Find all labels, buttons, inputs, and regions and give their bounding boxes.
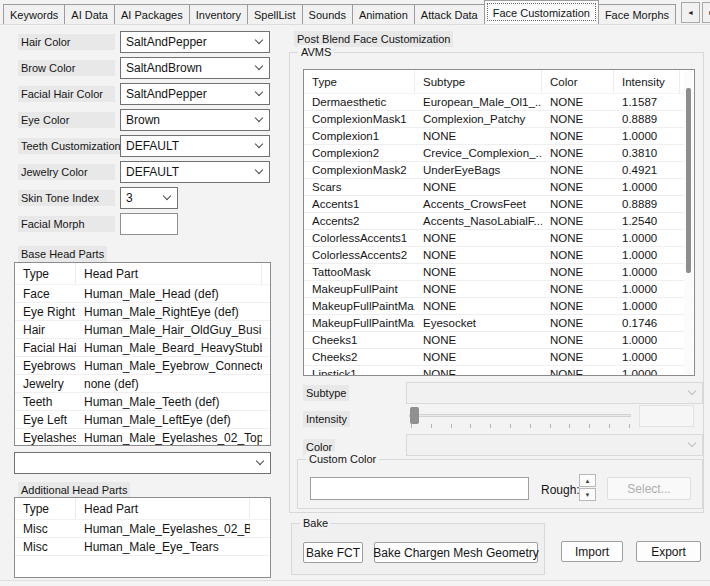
base-head-parts-table[interactable]: TypeHead PartFaceHuman_Male_Head (def)Ey… xyxy=(14,262,271,446)
tab-sounds[interactable]: Sounds xyxy=(302,4,353,24)
cell: Eye Left xyxy=(15,413,76,427)
import-button[interactable]: Import xyxy=(561,541,623,562)
skin-tone-index-label: Skin Tone Index xyxy=(18,190,115,206)
cell: Facial Hair xyxy=(15,341,76,355)
select-color-button: Select... xyxy=(607,477,691,500)
table-row[interactable]: Eye LeftHuman_Male_LeftEye (def) xyxy=(15,411,270,429)
table-row[interactable]: Lipstick1NONENONE1.0000 xyxy=(304,366,694,376)
cell: Complexion2 xyxy=(304,147,415,159)
chevron-down-icon xyxy=(255,36,263,44)
column-header[interactable]: Head Part xyxy=(76,498,250,519)
tab-keywords[interactable]: Keywords xyxy=(3,4,65,24)
table-row[interactable]: FaceHuman_Male_Head (def) xyxy=(15,285,270,303)
bake-chargen-mesh-geometry-button[interactable]: Bake Chargen Mesh Geometry xyxy=(374,542,538,563)
column-header[interactable]: Subtype xyxy=(415,70,542,93)
slider-tick xyxy=(629,424,630,428)
intensity-slider-thumb[interactable] xyxy=(410,407,419,424)
slider-tick xyxy=(550,424,551,428)
table-row[interactable]: Accents1Accents_CrowsFeetNONE0.8889 xyxy=(304,196,694,213)
rough-spinner: ▲ ▼ xyxy=(579,474,596,501)
spinner-up-button[interactable]: ▲ xyxy=(579,474,596,487)
column-header[interactable]: Intensity xyxy=(614,70,680,93)
table-row[interactable]: MiscHuman_Male_Eyelashes_02_Bo... xyxy=(15,520,270,538)
cell: NONE xyxy=(415,181,542,193)
head-part-picker-dropdown[interactable] xyxy=(14,452,271,474)
table-row[interactable]: Facial HairHuman_Male_Beard_HeavyStubble xyxy=(15,339,270,357)
brow-color-dropdown[interactable]: SaltAndBrown xyxy=(120,57,270,79)
table-header-row: TypeHead Part xyxy=(15,263,270,285)
teeth-customization-dropdown[interactable]: DEFAULT xyxy=(120,135,270,157)
chevron-down-icon xyxy=(255,88,263,96)
table-row[interactable]: TeethHuman_Male_Teeth (def) xyxy=(15,393,270,411)
avms-table[interactable]: TypeSubtypeColorIntensityDermaestheticEu… xyxy=(303,69,695,376)
jewelry-color-dropdown[interactable]: DEFAULT xyxy=(120,161,270,183)
tab-ai-data[interactable]: AI Data xyxy=(64,4,115,24)
cell: Accents1 xyxy=(304,198,415,210)
facial-morph-input[interactable] xyxy=(120,213,178,235)
table-row[interactable]: ScarsNONENONE1.0000 xyxy=(304,179,694,196)
table-row[interactable]: Accents2Accents_NasoLabialF...NONE1.2540 xyxy=(304,213,694,230)
table-row[interactable]: MakeupFullPaintMa...EyesocketNONE0.1746 xyxy=(304,315,694,332)
cell: NONE xyxy=(542,96,614,108)
table-row[interactable]: MakeupFullPaintMa...NONENONE1.0000 xyxy=(304,298,694,315)
arrow-up-icon: ▲ xyxy=(585,478,591,484)
tab-spelllist[interactable]: SpellList xyxy=(247,4,303,24)
table-row[interactable]: Eye RightHuman_Male_RightEye (def) xyxy=(15,303,270,321)
tab-animation[interactable]: Animation xyxy=(352,4,415,24)
cell: 1.0000 xyxy=(614,130,680,142)
table-row[interactable]: EyelashesHuman_Male_Eyelashes_02_Top xyxy=(15,429,270,446)
table-row[interactable]: ComplexionMask2UnderEyeBagsNONE0.4921 xyxy=(304,162,694,179)
table-row[interactable]: ColorlessAccents1NONENONE1.0000 xyxy=(304,230,694,247)
cell: NONE xyxy=(542,232,614,244)
table-row[interactable]: Cheeks1NONENONE1.0000 xyxy=(304,332,694,349)
column-header[interactable]: Head Part xyxy=(76,263,262,284)
column-header-filler xyxy=(250,498,270,519)
cell: ColorlessAccents1 xyxy=(304,232,415,244)
cell: Human_Male_Eyelashes_02_Bo... xyxy=(76,522,250,536)
slider-tick xyxy=(470,424,471,428)
additional-head-parts-table[interactable]: TypeHead PartMiscHuman_Male_Eyelashes_02… xyxy=(14,497,271,578)
bottom-divider xyxy=(0,580,710,581)
column-header[interactable]: Type xyxy=(15,498,76,519)
hair-color-dropdown[interactable]: SaltAndPepper xyxy=(120,31,270,53)
table-row[interactable]: Complexion2Crevice_Complexion_...NONE0.3… xyxy=(304,145,694,162)
skin-tone-index-dropdown[interactable]: 3 xyxy=(120,187,178,209)
cell: UnderEyeBags xyxy=(415,164,542,176)
scrollbar-thumb[interactable] xyxy=(686,88,691,273)
table-row[interactable]: Cheeks2NONENONE1.0000 xyxy=(304,349,694,366)
cell: ComplexionMask1 xyxy=(304,113,415,125)
avms-scrollbar[interactable] xyxy=(684,71,693,374)
custom-color-input[interactable] xyxy=(310,477,529,500)
cell: Dermaesthetic xyxy=(304,96,415,108)
table-row[interactable]: ColorlessAccents2NONENONE1.0000 xyxy=(304,247,694,264)
table-row[interactable]: DermaestheticEuropean_Male_Ol1_...NONE1.… xyxy=(304,94,694,111)
slider-tick xyxy=(530,424,531,428)
tab-attack-data[interactable]: Attack Data xyxy=(414,4,485,24)
tab-face-morphs[interactable]: Face Morphs xyxy=(598,4,676,24)
table-row[interactable]: HairHuman_Male_Hair_OldGuy_Busine... xyxy=(15,321,270,339)
chevron-down-icon xyxy=(163,192,171,200)
table-row[interactable]: Complexion1NONENONE1.0000 xyxy=(304,128,694,145)
bake-fct-button[interactable]: Bake FCT xyxy=(303,542,363,563)
export-button[interactable]: Export xyxy=(636,541,701,562)
tab-face-customization[interactable]: Face Customization xyxy=(484,0,599,24)
spinner-down-button[interactable]: ▼ xyxy=(579,488,596,501)
eye-color-dropdown[interactable]: Brown xyxy=(120,109,270,131)
tab-inventory[interactable]: Inventory xyxy=(189,4,248,24)
cell: 1.0000 xyxy=(614,368,680,376)
cell: 0.4921 xyxy=(614,164,680,176)
tab-ai-packages[interactable]: AI Packages xyxy=(114,4,190,24)
column-header[interactable]: Type xyxy=(304,70,415,93)
facial-hair-color-dropdown[interactable]: SaltAndPepper xyxy=(120,83,270,105)
column-header[interactable]: Type xyxy=(15,263,76,284)
table-row[interactable]: TattooMaskNONENONE1.0000 xyxy=(304,264,694,281)
cell: Human_Male_LeftEye (def) xyxy=(76,413,262,427)
table-row[interactable]: MakeupFullPaintNONENONE1.0000 xyxy=(304,281,694,298)
table-row[interactable]: EyebrowsHuman_Male_Eyebrow_Connected xyxy=(15,357,270,375)
table-row[interactable]: ComplexionMask1Complexion_PatchyNONE0.88… xyxy=(304,111,694,128)
intensity-slider[interactable] xyxy=(409,414,631,417)
column-header[interactable]: Color xyxy=(542,70,614,93)
table-row[interactable]: MiscHuman_Male_Eye_Tears xyxy=(15,538,270,556)
table-row[interactable]: Jewelrynone (def) xyxy=(15,375,270,393)
slider-tick xyxy=(510,424,511,428)
